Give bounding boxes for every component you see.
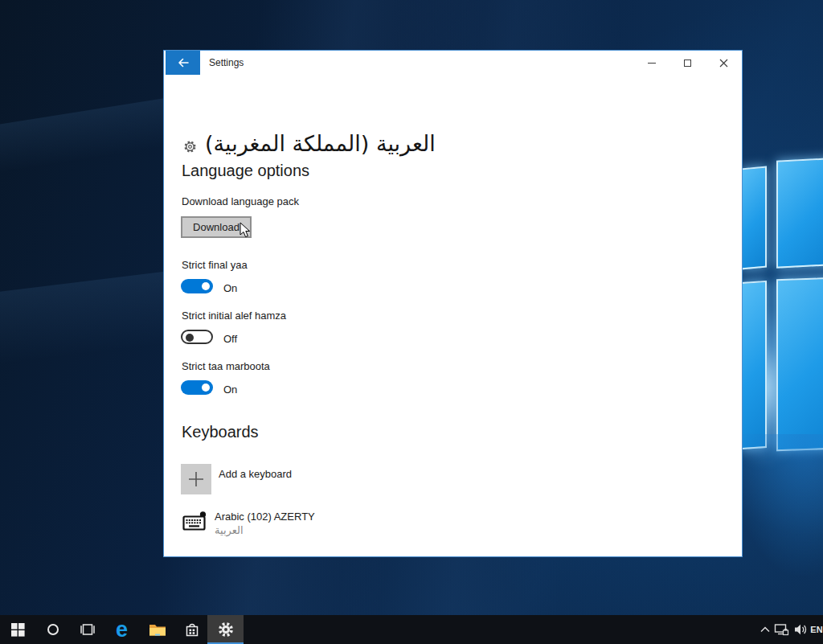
maximize-icon xyxy=(684,59,691,67)
network-icon xyxy=(774,623,789,637)
chevron-up-icon xyxy=(760,625,771,634)
back-button[interactable] xyxy=(166,51,200,75)
toggle-knob xyxy=(202,282,210,290)
window-title: Settings xyxy=(209,57,244,68)
download-language-pack-label: Download language pack xyxy=(182,195,299,207)
task-view-icon xyxy=(80,623,96,636)
file-explorer-icon xyxy=(149,622,166,637)
strict-final-yaa-label: Strict final yaa xyxy=(182,259,248,271)
gear-icon xyxy=(218,621,234,638)
volume-icon xyxy=(793,623,808,636)
language-options-heading: Language options xyxy=(182,162,309,180)
show-hidden-icons-button[interactable] xyxy=(757,615,773,644)
network-tray-button[interactable] xyxy=(772,615,791,644)
settings-window: Settings العربية (المملكة المغربية) Lang… xyxy=(163,50,743,557)
strict-initial-alef-hamza-label: Strict initial alef hamza xyxy=(182,310,286,322)
add-keyboard-label: Add a keyboard xyxy=(219,468,292,480)
close-icon xyxy=(719,59,728,68)
minimize-button[interactable] xyxy=(633,51,669,75)
wallpaper-logo-pane xyxy=(741,166,767,270)
maximize-button[interactable] xyxy=(669,51,706,75)
search-button[interactable] xyxy=(36,615,69,644)
search-icon xyxy=(47,624,59,635)
task-view-button[interactable] xyxy=(71,615,104,644)
strict-taa-marboota-state: On xyxy=(223,384,237,396)
titlebar[interactable]: Settings xyxy=(164,51,742,75)
windows-wallpaper-logo xyxy=(739,154,823,465)
store-icon xyxy=(184,621,200,638)
settings-taskbar-button[interactable] xyxy=(207,615,244,644)
input-language-label: EN xyxy=(810,625,822,634)
strict-final-yaa-state: On xyxy=(223,282,237,294)
strict-taa-marboota-toggle[interactable] xyxy=(181,380,213,395)
file-explorer-button[interactable] xyxy=(141,615,174,644)
screen: Settings العربية (المملكة المغربية) Lang… xyxy=(0,0,823,644)
strict-initial-alef-hamza-toggle[interactable] xyxy=(181,330,213,344)
close-button[interactable] xyxy=(706,51,742,75)
minimize-icon xyxy=(648,63,656,64)
keyboard-item-subtitle: العربية xyxy=(215,524,244,536)
strict-final-yaa-toggle[interactable] xyxy=(181,279,213,293)
plus-icon xyxy=(187,470,205,488)
mouse-cursor xyxy=(240,222,251,238)
keyboards-heading: Keyboards xyxy=(182,423,259,441)
left-arrow-icon xyxy=(177,56,190,69)
keyboard-item-title: Arabic (102) AZERTY xyxy=(215,511,315,523)
edge-icon: e xyxy=(116,619,128,641)
strict-initial-alef-hamza-state: Off xyxy=(223,333,237,345)
input-language-button[interactable]: EN xyxy=(809,615,823,644)
wallpaper-logo-pane xyxy=(776,158,823,269)
windows-logo-icon xyxy=(11,623,25,637)
wallpaper-logo-pane xyxy=(741,281,767,449)
edge-button[interactable]: e xyxy=(105,615,138,644)
wallpaper-logo-pane xyxy=(776,277,823,451)
strict-taa-marboota-label: Strict taa marboota xyxy=(182,360,270,372)
page-content: Language options Download language pack … xyxy=(164,75,742,558)
toggle-knob xyxy=(202,384,210,392)
store-button[interactable] xyxy=(175,615,208,644)
volume-tray-button[interactable] xyxy=(791,615,810,644)
taskbar: e xyxy=(0,615,823,644)
keyboard-icon xyxy=(182,510,207,532)
toggle-knob xyxy=(186,334,194,342)
add-keyboard-button[interactable] xyxy=(181,464,211,494)
start-button[interactable] xyxy=(2,615,35,644)
